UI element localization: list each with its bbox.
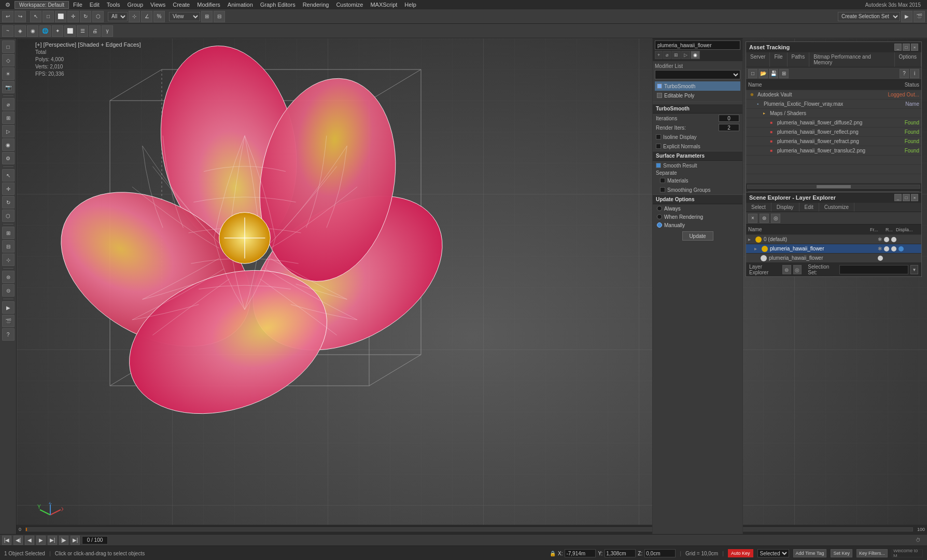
editablepolycheckbox[interactable] <box>657 93 662 98</box>
env-btn[interactable]: 🌐 <box>39 25 51 37</box>
frame-counter[interactable]: 0 / 100 <box>82 536 108 544</box>
menu-rendering[interactable]: Rendering <box>300 0 332 9</box>
modify-btn[interactable]: ⌀ <box>2 98 15 110</box>
select-object-btn[interactable]: ↖ <box>2 169 15 181</box>
mirror-btn[interactable]: ⊞ <box>201 11 213 22</box>
print-size-btn[interactable]: 🖨 <box>89 25 101 37</box>
asset-info-btn[interactable]: i <box>910 69 919 78</box>
material-btn[interactable]: ◈ <box>15 25 26 37</box>
object-name-input[interactable] <box>655 40 740 50</box>
asset-scrollbar[interactable] <box>746 184 921 190</box>
select-rotate-btn[interactable]: ↻ <box>2 196 15 208</box>
asset-tab-bitmap[interactable]: Bitmap Performance and Memory <box>809 52 894 67</box>
autokey-button[interactable]: Auto Key <box>728 549 753 557</box>
asset-tab-options[interactable]: Options <box>895 52 921 67</box>
scene-layer-icon[interactable]: ⊜ <box>782 265 791 274</box>
asset-panel-close[interactable]: × <box>911 44 918 51</box>
scene-object-btn[interactable]: ◎ <box>771 214 780 223</box>
set-key-select[interactable]: Selected <box>757 549 789 557</box>
scene-obj-icon[interactable]: ◎ <box>793 265 802 274</box>
scene-tab-customize[interactable]: Customize <box>819 203 854 212</box>
timeline-end-btn[interactable]: ▶| <box>71 536 80 545</box>
menu-create[interactable]: Create <box>170 0 193 9</box>
z-input[interactable]: 0,0cm <box>644 549 676 557</box>
asset-row-transluc[interactable]: ■ plumeria_hawaii_flower_transluc2.png F… <box>746 146 921 156</box>
select-btn[interactable]: ↖ <box>30 11 41 22</box>
scene-panel-close[interactable]: × <box>911 194 918 201</box>
selection-set-dropdown-btn[interactable]: ▼ <box>910 265 918 274</box>
create-geo-btn[interactable]: □ <box>2 40 15 53</box>
scene-row-default[interactable]: ▸ 0 (default) ✱ <box>746 235 921 244</box>
render-iters-input[interactable] <box>719 124 739 131</box>
align-btn[interactable]: ⊟ <box>214 11 225 22</box>
scene-tab-edit[interactable]: Edit <box>799 203 819 212</box>
layer-btn[interactable]: ⊜ <box>2 271 15 283</box>
x-input[interactable]: -7,914m <box>565 549 596 557</box>
timeline-prev-key-btn[interactable]: ◀| <box>13 536 23 545</box>
scene-close-btn[interactable]: × <box>748 214 757 223</box>
utilities-btn[interactable]: ⚙ <box>2 152 15 164</box>
always-radio[interactable] <box>657 206 662 211</box>
motion-btn[interactable]: ▷ <box>2 125 15 137</box>
select-scale-btn[interactable]: ⬡ <box>2 209 15 222</box>
scene-layer-btn[interactable]: ⊜ <box>760 214 769 223</box>
scene-row-flower-object[interactable]: plumeria_hawaii_flower <box>746 254 921 263</box>
mod-tab-motion[interactable]: ▷ <box>681 51 690 59</box>
modifier-list-dropdown[interactable] <box>655 70 740 79</box>
select-region-btn[interactable]: ⬜ <box>55 11 66 22</box>
mod-tab-create[interactable]: + <box>655 51 663 59</box>
menu-tools[interactable]: Tools <box>104 0 123 9</box>
asset-row-reflect[interactable]: ■ plumeria_hawaii_flower_reflect.png Fou… <box>746 128 921 137</box>
scene-row-flower-layer[interactable]: ▸ plumeria_hawaii_flower ✱ <box>746 244 921 254</box>
render-effects-btn[interactable]: ✦ <box>52 25 63 37</box>
menu-file[interactable]: File <box>70 0 86 9</box>
asset-save-btn[interactable]: 💾 <box>769 69 778 78</box>
smoothing-groups-checkbox[interactable] <box>660 187 665 192</box>
timeline-home-btn[interactable]: |◀ <box>2 536 11 545</box>
scene-tab-select[interactable]: Select <box>746 203 771 212</box>
menu-graph-editors[interactable]: Graph Editors <box>257 0 299 9</box>
isoline-checkbox[interactable] <box>656 134 661 139</box>
selection-set-input[interactable] <box>839 265 908 274</box>
turbosmoothcheckbox[interactable] <box>657 83 662 89</box>
asset-row-refract[interactable]: ■ plumeria_hawaii_flower_refract.png Fou… <box>746 137 921 146</box>
snap3d-btn[interactable]: ⊹ <box>2 254 15 266</box>
batch-render-btn[interactable]: ☰ <box>77 25 88 37</box>
render2-btn[interactable]: ▶ <box>2 301 15 314</box>
asset-row-maps[interactable]: ▸ Maps / Shaders <box>746 109 921 118</box>
update-button[interactable]: Update <box>682 231 713 241</box>
gamma-btn[interactable]: γ <box>102 25 113 37</box>
display-btn[interactable]: ◉ <box>2 138 15 151</box>
scene-panel-minimize[interactable]: _ <box>894 194 902 201</box>
set-key-button[interactable]: Set Key <box>831 549 852 557</box>
asset-tab-server[interactable]: Server <box>746 52 770 67</box>
asset-row-diffuse[interactable]: ■ plumeria_hawaii_flower_diffuse2.png Fo… <box>746 118 921 128</box>
materials-checkbox[interactable] <box>660 178 665 183</box>
menu-customize[interactable]: Customize <box>333 0 366 9</box>
snap-angle-btn[interactable]: ∠ <box>141 11 152 22</box>
menu-views[interactable]: Views <box>147 0 168 9</box>
snap-percent-btn[interactable]: % <box>153 11 165 22</box>
create-lights-btn[interactable]: ☀ <box>2 67 15 80</box>
view-dropdown[interactable]: View <box>169 12 200 21</box>
align-btn2[interactable]: ⊟ <box>2 240 15 253</box>
select-name-btn[interactable]: □ <box>43 11 54 22</box>
add-time-tag-btn[interactable]: Add Time Tag <box>793 549 827 557</box>
manually-radio[interactable] <box>657 222 662 228</box>
help-btn2[interactable]: ? <box>2 328 15 341</box>
hierarchy-btn[interactable]: ⊞ <box>2 111 15 124</box>
undo-btn[interactable]: ↩ <box>2 11 13 22</box>
mod-tab-display[interactable]: ◉ <box>691 51 700 59</box>
create-camera-btn[interactable]: 📷 <box>2 81 15 93</box>
y-input[interactable]: 1,308cm <box>605 549 636 557</box>
move-btn[interactable]: ✛ <box>67 11 79 22</box>
render-btn[interactable]: 🎬 <box>914 11 925 22</box>
snap-btn[interactable]: ⊹ <box>129 11 140 22</box>
mirror-btn2[interactable]: ⊞ <box>2 227 15 239</box>
timeline-prev-frame-btn[interactable]: ◀ <box>25 536 34 545</box>
asset-scrollthumb[interactable] <box>817 185 851 188</box>
timeline-play-btn[interactable]: ▶ <box>36 536 46 545</box>
menu-animation[interactable]: Animation <box>224 0 256 9</box>
asset-tab-paths[interactable]: Paths <box>788 52 810 67</box>
rotate-btn[interactable]: ↻ <box>80 11 91 22</box>
